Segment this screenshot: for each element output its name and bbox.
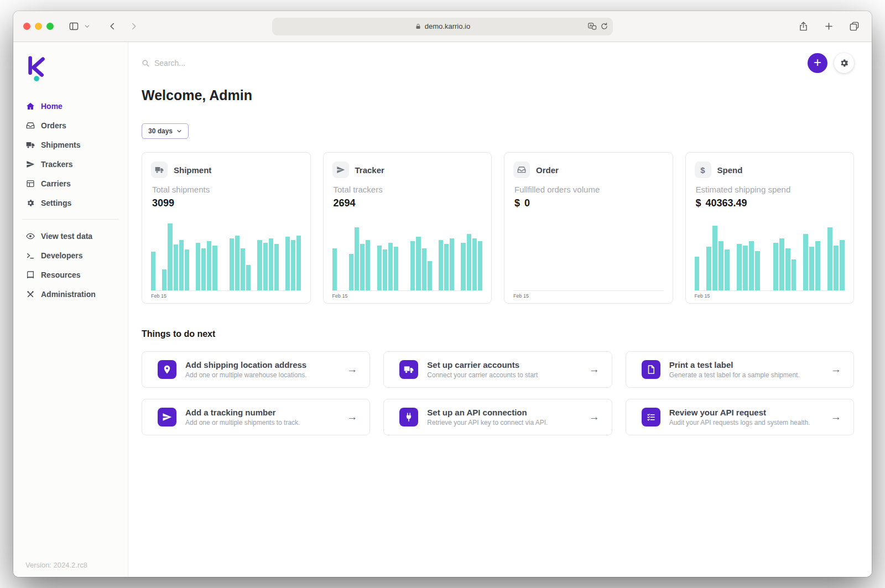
period-filter-dropdown[interactable]: 30 days — [142, 123, 189, 139]
stat-title: Spend — [717, 165, 743, 175]
search-bar — [142, 59, 808, 67]
chart-bar — [241, 248, 245, 290]
sidebar-item-label: Carriers — [41, 179, 71, 188]
chart-bar — [291, 240, 295, 290]
translate-icon[interactable] — [587, 22, 597, 31]
zoom-button[interactable] — [46, 23, 54, 30]
chart-date-label: Feb 15 — [695, 293, 845, 299]
browser-toolbar: demo.karrio.io — [13, 11, 872, 42]
chart-bar — [201, 248, 206, 290]
arrow-right-icon: → — [347, 363, 357, 376]
todo-card-setup-api-connection[interactable]: Set up an API connection Retrieve your A… — [383, 399, 612, 435]
section-title-todo: Things to do next — [142, 329, 854, 339]
arrow-right-icon: → — [831, 411, 841, 423]
chart-date-label: Feb 15 — [332, 293, 483, 299]
todo-card-subtitle: Add one or multiple shipments to track. — [185, 419, 338, 426]
sidebar: Home Orders Shipments Trackers — [13, 42, 128, 577]
sidebar-item-view-test-data[interactable]: View test data — [13, 226, 128, 246]
chart-bar — [773, 243, 778, 290]
inbox-icon — [513, 162, 530, 178]
sidebar-item-administration[interactable]: Administration — [13, 284, 128, 304]
chart-bar — [785, 248, 790, 290]
reload-icon[interactable] — [600, 22, 608, 30]
chart-bar — [755, 251, 760, 290]
chart-bar — [815, 241, 820, 290]
chart-bar — [834, 246, 839, 290]
dollar-icon: $ — [695, 162, 711, 178]
checklist-icon — [642, 408, 660, 426]
truck-icon — [151, 162, 168, 178]
chart-bar — [779, 238, 784, 290]
todo-card-add-tracking-number[interactable]: Add a tracking number Add one or multipl… — [142, 399, 370, 435]
create-button[interactable]: + — [808, 53, 827, 73]
chart-bar — [179, 240, 184, 290]
inbox-icon — [25, 121, 35, 130]
karrio-logo[interactable] — [13, 52, 128, 96]
chart-bar — [383, 249, 387, 290]
todo-card-subtitle: Audit your API requests logs and system … — [669, 419, 822, 426]
stat-subtitle: Fullfilled orders volume — [514, 185, 664, 194]
todo-card-print-test-label[interactable]: Print a test label Generate a test label… — [626, 351, 854, 388]
page-title: Welcome, Admin — [142, 87, 854, 103]
new-tab-icon[interactable] — [821, 19, 836, 34]
address-bar[interactable]: demo.karrio.io — [272, 18, 613, 35]
send-icon — [25, 159, 35, 169]
close-button[interactable] — [23, 23, 30, 30]
chart-bar — [196, 243, 200, 290]
minimize-button[interactable] — [35, 23, 42, 30]
share-icon[interactable] — [795, 19, 811, 34]
chart-bar — [725, 249, 730, 290]
sidebar-item-trackers[interactable]: Trackers — [13, 154, 128, 174]
sidebar-item-label: Developers — [41, 251, 82, 260]
chart-bar — [461, 243, 465, 290]
stat-value: $0 — [514, 197, 664, 209]
shipments-bar-chart — [151, 220, 301, 291]
browser-window: demo.karrio.io — [13, 11, 872, 577]
sidebar-item-settings[interactable]: Settings — [13, 193, 128, 212]
arrow-right-icon: → — [589, 363, 600, 376]
todo-card-review-api-request[interactable]: Review your API request Audit your API r… — [626, 399, 854, 435]
sidebar-divider — [22, 219, 119, 220]
back-button[interactable] — [105, 19, 120, 34]
stat-card-order: Order Fullfilled orders volume $0 Feb 15 — [504, 152, 673, 304]
chart-bar — [257, 240, 262, 290]
app-content: Home Orders Shipments Trackers — [13, 42, 872, 577]
chart-bar — [749, 241, 754, 290]
sidebar-item-developers[interactable]: Developers — [13, 246, 128, 265]
stat-value: 3099 — [152, 197, 301, 209]
chart-bar — [246, 265, 251, 290]
todo-card-add-shipping-location[interactable]: Add shipping location address Add one or… — [142, 351, 370, 388]
chart-bar — [162, 269, 166, 290]
todo-card-title: Set up carrier accounts — [427, 360, 580, 370]
todo-card-title: Add shipping location address — [185, 360, 338, 370]
chart-bar — [422, 248, 426, 290]
search-input[interactable] — [154, 59, 387, 67]
chevron-down-icon[interactable] — [79, 19, 95, 34]
forward-button[interactable] — [126, 19, 141, 34]
location-pin-icon — [158, 360, 176, 379]
tab-overview-icon[interactable] — [846, 19, 862, 34]
sidebar-item-carriers[interactable]: Carriers — [13, 174, 128, 193]
todo-card-title: Set up an API connection — [427, 408, 580, 417]
chart-bar — [428, 261, 432, 290]
sidebar-item-orders[interactable]: Orders — [13, 116, 128, 135]
sidebar-item-shipments[interactable]: Shipments — [13, 135, 128, 154]
todo-card-title: Review your API request — [669, 408, 822, 417]
todo-card-subtitle: Generate a test label for a sample shipm… — [669, 371, 822, 379]
todo-card-subtitle: Add one or multiple warehouse locations. — [185, 371, 338, 379]
chart-bar — [274, 244, 279, 290]
chart-bar — [439, 240, 443, 290]
todo-card-subtitle: Connect your carrier accounts to start — [427, 371, 580, 379]
dollar-icon: $ — [514, 197, 520, 209]
stats-row: Shipment Total shipments 3099 Feb 15 Tra… — [142, 152, 854, 304]
sidebar-item-resources[interactable]: Resources — [13, 265, 128, 284]
stat-subtitle: Total shipments — [152, 185, 301, 194]
arrow-right-icon: → — [831, 363, 841, 376]
chart-bar — [377, 246, 382, 290]
chart-bar — [207, 241, 211, 290]
settings-gear-button[interactable] — [834, 53, 854, 73]
todo-card-setup-carrier-accounts[interactable]: Set up carrier accounts Connect your car… — [383, 351, 612, 388]
sidebar-item-home[interactable]: Home — [13, 96, 128, 116]
home-icon — [25, 101, 35, 111]
chart-bar — [472, 238, 477, 290]
